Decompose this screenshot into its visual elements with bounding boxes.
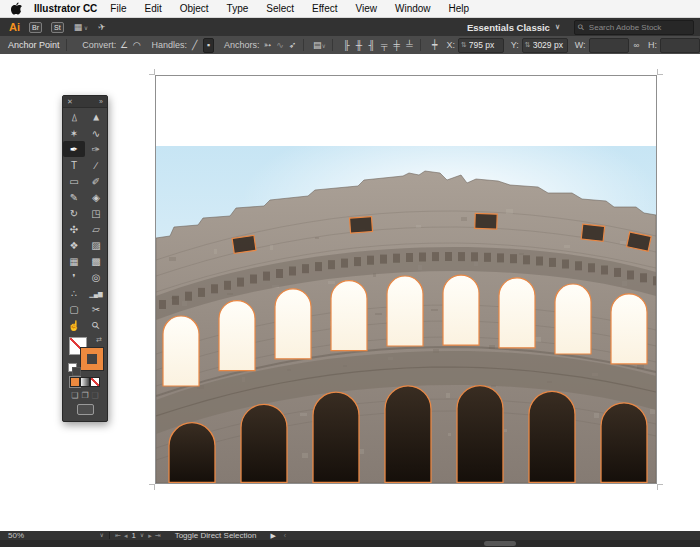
mesh-tool[interactable]: ▦	[63, 253, 85, 269]
draw-normal-icon[interactable]: ❏	[71, 391, 78, 400]
share-icon[interactable]: ✈	[97, 21, 106, 32]
bridge-button[interactable]: Br	[29, 22, 42, 33]
draw-behind-icon[interactable]: ❐	[81, 391, 88, 400]
hand-tool[interactable]: ☝	[63, 317, 85, 333]
next-artboard-icon[interactable]: ▸	[148, 531, 152, 540]
selection-tool[interactable]: ▻	[63, 109, 85, 125]
artboard-corner-mark	[657, 484, 663, 490]
tools-panel: ✕ » ▻►✶∿✒✑T∕▭✐✎◈↻◳✣▱❖▨▦▩❜◎∴▁▄▆▢✂☝⚲ ⇄ ❏ ❐…	[62, 95, 108, 422]
menu-window[interactable]: Window	[386, 3, 440, 14]
eraser-tool[interactable]: ◈	[85, 189, 107, 205]
last-artboard-icon[interactable]: ⇥	[155, 531, 161, 540]
show-handles-icon[interactable]: ╱	[190, 39, 200, 52]
symbol-sprayer-tool[interactable]: ∴	[63, 285, 85, 301]
play-icon[interactable]: ▶	[270, 531, 275, 540]
stepper-icon[interactable]: ⇅	[461, 41, 467, 49]
align-center-icon[interactable]: ╫	[354, 39, 364, 52]
magic-wand-tool[interactable]: ✶	[63, 125, 85, 141]
h-field[interactable]	[663, 40, 697, 50]
gradient-tool[interactable]: ▩	[85, 253, 107, 269]
menu-effect[interactable]: Effect	[303, 3, 346, 14]
app-name: Illustrator CC	[34, 3, 97, 14]
column-graph-tool[interactable]: ▁▄▆	[85, 285, 107, 301]
align-top-icon[interactable]: ╤	[379, 39, 389, 52]
menu-type[interactable]: Type	[218, 3, 258, 14]
arrange-documents-icon[interactable]: ▦ ∨	[74, 22, 89, 32]
tools-panel-header[interactable]: ✕ »	[63, 96, 107, 108]
pen-tool-icon: ✒	[70, 144, 78, 155]
adobe-stock-search[interactable]: ⚲	[574, 20, 694, 35]
free-transform-tool[interactable]: ▱	[85, 221, 107, 237]
shaper-tool[interactable]: ✎	[63, 189, 85, 205]
reference-point-icon[interactable]: ┿	[430, 39, 440, 52]
pen-tool[interactable]: ✒	[63, 141, 85, 157]
type-tool[interactable]: T	[63, 157, 85, 173]
swap-fill-stroke-icon[interactable]: ⇄	[96, 336, 102, 344]
menu-select[interactable]: Select	[257, 3, 303, 14]
menu-file[interactable]: File	[101, 3, 135, 14]
eyedropper-tool[interactable]: ❜	[63, 269, 85, 285]
menu-object[interactable]: Object	[171, 3, 218, 14]
free-transform-tool-icon: ▱	[92, 224, 100, 235]
canvas[interactable]: ✕ » ▻►✶∿✒✑T∕▭✐✎◈↻◳✣▱❖▨▦▩❜◎∴▁▄▆▢✂☝⚲ ⇄ ❏ ❐…	[0, 54, 700, 531]
rotate-tool[interactable]: ↻	[63, 205, 85, 221]
convert-to-corner-icon[interactable]: ∠	[119, 39, 129, 52]
search-icon: ⚲	[576, 22, 587, 33]
artboard-tool-icon: ▢	[69, 304, 78, 315]
direct-selection-tool[interactable]: ►	[85, 109, 107, 125]
stepper-icon[interactable]: ⇅	[525, 41, 531, 49]
menu-edit[interactable]: Edit	[135, 3, 170, 14]
previous-artboard-icon[interactable]: ◂	[124, 531, 128, 540]
application-bar: Ai Br St ▦ ∨ ✈ Essentials Classic ∨ ⚲	[0, 18, 700, 36]
color-mode-row	[70, 377, 100, 387]
align-left-icon[interactable]: ╟	[342, 39, 352, 52]
align-middle-icon[interactable]: ╪	[392, 39, 402, 52]
scrollbar-thumb[interactable]	[484, 541, 516, 546]
slice-tool[interactable]: ✂	[85, 301, 107, 317]
align-bottom-icon[interactable]: ╧	[405, 39, 415, 52]
none-button[interactable]	[90, 377, 100, 387]
cut-path-icon[interactable]: ➶	[288, 39, 298, 52]
screen-mode-button[interactable]	[77, 404, 94, 415]
y-field[interactable]	[533, 40, 565, 50]
convert-to-smooth-icon[interactable]: ◠	[132, 39, 142, 52]
connect-endpoints-icon[interactable]: ∿	[275, 39, 285, 52]
menu-help[interactable]: Help	[440, 3, 479, 14]
stock-button[interactable]: St	[51, 22, 64, 33]
zoom-tool[interactable]: ⚲	[85, 317, 107, 333]
w-field[interactable]	[592, 40, 626, 50]
perspective-grid-tool[interactable]: ▨	[85, 237, 107, 253]
paintbrush-tool[interactable]: ✐	[85, 173, 107, 189]
workspace-switcher[interactable]: Essentials Classic ∨	[467, 22, 560, 33]
apple-icon[interactable]	[11, 2, 22, 15]
blend-tool[interactable]: ◎	[85, 269, 107, 285]
stroke-swatch-orange[interactable]	[81, 348, 103, 370]
artboard-tool[interactable]: ▢	[63, 301, 85, 317]
first-artboard-icon[interactable]: ⇤	[115, 531, 121, 540]
align-right-icon[interactable]: ╢	[367, 39, 377, 52]
document-setup-icon[interactable]: ▤∨	[313, 39, 326, 52]
x-field-wrap: ⇅	[458, 38, 504, 53]
collapse-icon[interactable]: »	[99, 98, 103, 105]
x-field[interactable]	[469, 40, 501, 50]
constrain-proportions-icon[interactable]: ∞	[632, 39, 642, 52]
shape-builder-tool[interactable]: ❖	[63, 237, 85, 253]
default-fill-stroke-icon[interactable]	[68, 363, 77, 372]
scale-tool[interactable]: ◳	[85, 205, 107, 221]
draw-inside-icon[interactable]: ❑	[92, 391, 99, 400]
slice-tool-icon: ✂	[92, 304, 100, 315]
search-input[interactable]	[587, 22, 690, 33]
artboard-number-control[interactable]: 1 ∨	[131, 531, 144, 540]
hide-handles-icon[interactable]: ▪	[203, 38, 215, 53]
gradient-button[interactable]	[80, 377, 90, 387]
line-segment-tool[interactable]: ∕	[85, 157, 107, 173]
curvature-tool[interactable]: ✑	[85, 141, 107, 157]
remove-anchor-icon[interactable]: ➳	[263, 39, 273, 52]
close-icon[interactable]: ✕	[67, 98, 73, 106]
width-tool[interactable]: ✣	[63, 221, 85, 237]
lasso-tool[interactable]: ∿	[85, 125, 107, 141]
rectangle-tool[interactable]: ▭	[63, 173, 85, 189]
menu-view[interactable]: View	[346, 3, 386, 14]
zoom-level-control[interactable]: 50% ∨	[8, 531, 104, 540]
color-button[interactable]	[70, 377, 80, 387]
